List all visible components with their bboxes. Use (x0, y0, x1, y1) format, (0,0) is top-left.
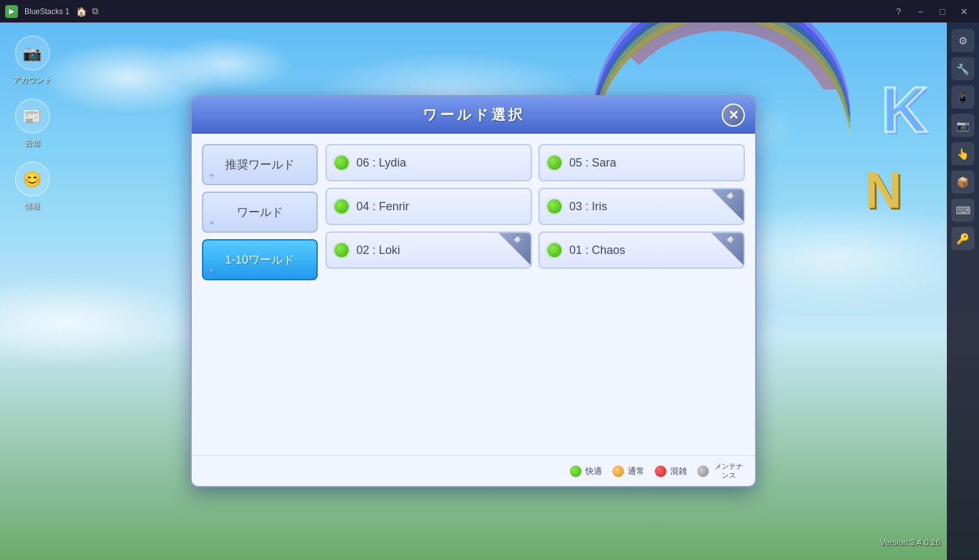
phone-icon[interactable]: 📱 (951, 86, 974, 109)
sparkle-icon-1: ✦ (208, 171, 215, 180)
copy-icon[interactable]: ⧉ (92, 6, 98, 17)
pointer-icon[interactable]: 👆 (951, 142, 974, 165)
legend-orange-dot (612, 465, 624, 477)
legend-maintenance-label: メンテナンス (713, 462, 745, 479)
modal-title: ワールド選択 (423, 105, 525, 125)
world-01-chaos-button[interactable]: 01 : Chaos 新 (538, 231, 745, 269)
tools-icon[interactable]: 🔧 (951, 57, 974, 80)
modal-header: ワールド選択 ✕ (192, 96, 755, 134)
new-badge-02: 新 (499, 233, 531, 265)
close-button[interactable]: ✕ (955, 3, 974, 19)
restore-button[interactable]: □ (933, 3, 952, 19)
world-02-loki-button[interactable]: 02 : Loki 新 (325, 231, 532, 269)
legend-comfortable: 快適 (570, 465, 602, 477)
modal-close-button[interactable]: ✕ (722, 104, 745, 127)
status-dot-02 (334, 243, 349, 257)
modal-body: 推奨ワールド ✦ ワールド ✦ 1-10ワールド ✦ 06 : Lydia (192, 134, 755, 455)
new-badge-03: 新 (711, 189, 744, 221)
status-dot-01 (547, 243, 562, 257)
world-05-sara-button[interactable]: 05 : Sara (538, 144, 745, 181)
status-dot-03 (547, 199, 562, 213)
world-04-fenrir-button[interactable]: 04 : Fenrir (325, 188, 532, 225)
home-icon[interactable]: 🏠 (76, 6, 87, 17)
camera-icon[interactable]: 📷 (951, 114, 974, 137)
recommended-world-button[interactable]: 推奨ワールド ✦ (202, 144, 318, 185)
titlebar-controls: ? − □ ✕ (889, 3, 974, 19)
legend-crowded: 混雑 (655, 465, 687, 477)
status-dot-05 (547, 156, 562, 170)
right-sidebar: ⚙ 🔧 📱 📷 👆 📦 ⌨ 🔑 (947, 23, 979, 560)
world-02-label: 02 : Loki (356, 244, 400, 257)
world-04-label: 04 : Fenrir (356, 200, 409, 213)
titlebar: ▶ BlueStacks 1 🏠 ⧉ ? − □ ✕ (0, 0, 979, 23)
world-select-modal: ワールド選択 ✕ 推奨ワールド ✦ ワールド ✦ 1-10ワールド ✦ (190, 95, 756, 487)
world-06-label: 06 : Lydia (356, 156, 406, 170)
help-button[interactable]: ? (889, 3, 908, 19)
legend-maintenance: メンテナンス (697, 462, 745, 479)
bluestacks-logo-icon: ▶ (5, 5, 18, 18)
keyboard-icon[interactable]: ⌨ (951, 199, 974, 222)
world-06-lydia-button[interactable]: 06 : Lydia (325, 144, 532, 181)
package-icon[interactable]: 📦 (951, 170, 974, 194)
legend-normal-label: 通常 (628, 465, 645, 477)
world-button[interactable]: ワールド ✦ (202, 192, 318, 233)
legend-crowded-label: 混雑 (670, 465, 687, 477)
new-badge-text-01: 新 (733, 231, 739, 237)
legend-comfortable-label: 快適 (585, 465, 602, 477)
settings-icon[interactable]: ⚙ (951, 29, 974, 52)
legend-green-dot (570, 465, 581, 477)
new-badge-text-02: 新 (520, 231, 526, 237)
titlebar-app-name: BlueStacks 1 (24, 7, 69, 16)
world-1-10-button[interactable]: 1-10ワールド ✦ (202, 239, 318, 280)
nav-panel: 推奨ワールド ✦ ワールド ✦ 1-10ワールド ✦ (202, 144, 318, 445)
minimize-button[interactable]: − (911, 3, 930, 19)
titlebar-nav-icons: 🏠 ⧉ (76, 6, 98, 17)
legend: 快適 通常 混雑 メンテナンス (192, 455, 755, 485)
new-badge-01: 新 (711, 233, 744, 265)
world-grid: 06 : Lydia 05 : Sara 04 : Fenrir 03 : Ir… (325, 144, 745, 445)
new-badge-text-03: 新 (733, 188, 739, 193)
titlebar-logo: ▶ BlueStacks 1 (5, 5, 69, 18)
key-icon[interactable]: 🔑 (951, 227, 974, 250)
sparkle-icon-3: ✦ (208, 266, 215, 275)
legend-gray-dot (697, 465, 709, 477)
status-dot-06 (334, 156, 349, 170)
sparkle-icon-2: ✦ (208, 219, 215, 228)
legend-red-dot (655, 465, 666, 477)
world-05-label: 05 : Sara (569, 156, 616, 170)
world-03-label: 03 : Iris (569, 200, 607, 213)
world-01-label: 01 : Chaos (569, 244, 625, 257)
legend-normal: 通常 (612, 465, 645, 477)
status-dot-04 (334, 199, 349, 213)
world-03-iris-button[interactable]: 03 : Iris 新 (538, 188, 745, 225)
modal-overlay: ワールド選択 ✕ 推奨ワールド ✦ ワールド ✦ 1-10ワールド ✦ (0, 23, 947, 560)
